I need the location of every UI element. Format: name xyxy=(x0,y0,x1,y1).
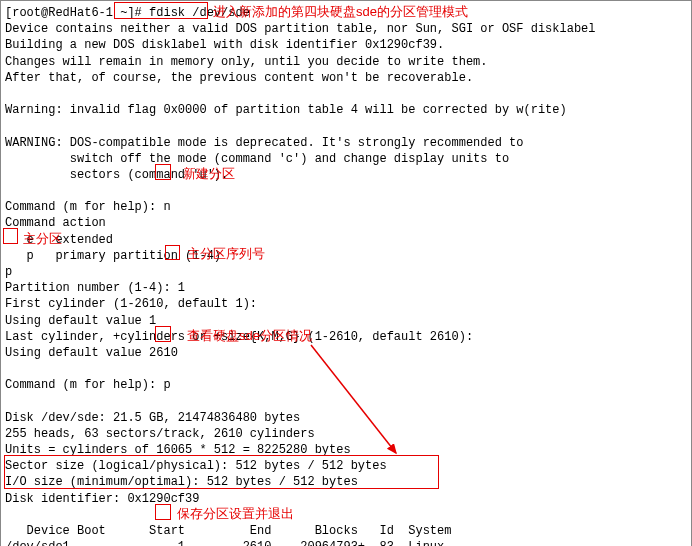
output-line: I/O size (minimum/optimal): 512 bytes / … xyxy=(5,474,687,490)
output-line: e extended xyxy=(5,232,687,248)
terminal-output: [root@RedHat6-1 ~]# fdisk /dev/sde Devic… xyxy=(5,5,687,546)
output-line: Device contains neither a valid DOS part… xyxy=(5,21,687,37)
output-line: WARNING: DOS-compatible mode is deprecat… xyxy=(5,135,687,151)
output-line: p primary partition (1-4) xyxy=(5,248,687,264)
fdisk-command[interactable]: fdisk /dev/sde xyxy=(149,6,250,20)
cmd-primary[interactable]: p xyxy=(5,265,12,279)
prompt: [root@RedHat6-1 ~]# xyxy=(5,6,149,20)
cmd-new-partition[interactable]: n xyxy=(163,200,170,214)
output-line xyxy=(5,394,687,410)
cmd-print[interactable]: p xyxy=(163,378,170,392)
output-line: Units = cylinders of 16065 * 512 = 82252… xyxy=(5,442,687,458)
output-line: Building a new DOS disklabel with disk i… xyxy=(5,37,687,53)
output-line: Disk identifier: 0x1290cf39 xyxy=(5,491,687,507)
output-line: 255 heads, 63 sectors/track, 2610 cylind… xyxy=(5,426,687,442)
output-line: Changes will remain in memory only, unti… xyxy=(5,54,687,70)
partnum-prompt: Partition number (1-4): xyxy=(5,281,178,295)
cmd-prompt: Command (m for help): xyxy=(5,378,163,392)
output-line: switch off the mode (command 'c') and ch… xyxy=(5,151,687,167)
output-line: sectors (command 'u'). xyxy=(5,167,687,183)
output-line: After that, of course, the previous cont… xyxy=(5,70,687,86)
output-line xyxy=(5,118,687,134)
table-header: Device Boot Start End Blocks Id System xyxy=(5,523,687,539)
output-line: Using default value 2610 xyxy=(5,345,687,361)
output-line xyxy=(5,361,687,377)
output-line: Using default value 1 xyxy=(5,313,687,329)
output-line: Disk /dev/sde: 21.5 GB, 21474836480 byte… xyxy=(5,410,687,426)
table-row: /dev/sde1 1 2610 20964793+ 83 Linux xyxy=(5,539,687,546)
output-line: Last cylinder, +cylinders or +size{K,M,G… xyxy=(5,329,687,345)
cmd-partition-number[interactable]: 1 xyxy=(178,281,185,295)
output-line: Warning: invalid flag 0x0000 of partitio… xyxy=(5,102,687,118)
output-line xyxy=(5,183,687,199)
output-line: Sector size (logical/physical): 512 byte… xyxy=(5,458,687,474)
output-line xyxy=(5,507,687,523)
cmd-prompt: Command (m for help): xyxy=(5,200,163,214)
output-line: First cylinder (1-2610, default 1): xyxy=(5,296,687,312)
output-line: Command action xyxy=(5,215,687,231)
output-line xyxy=(5,86,687,102)
